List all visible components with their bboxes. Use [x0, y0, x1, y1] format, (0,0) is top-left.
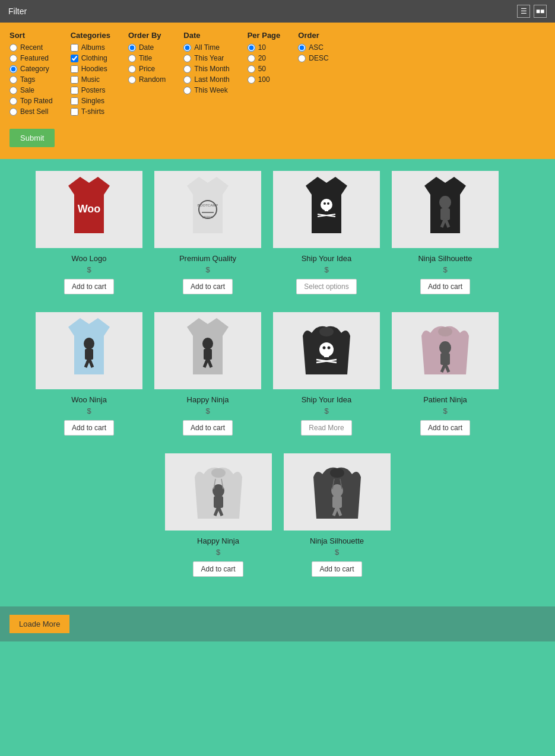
product-happy-ninja-2: Happy Ninja $ Add to cart	[165, 453, 272, 577]
svg-text:Woo: Woo	[78, 203, 101, 215]
cat-music[interactable]: Music	[71, 75, 110, 84]
sort-sale[interactable]: Sale	[9, 86, 53, 94]
pp-20[interactable]: 20	[248, 54, 281, 62]
product-img-happy-ninja1	[154, 312, 261, 389]
date-this-month[interactable]: This Month	[183, 65, 229, 73]
add-to-cart-button[interactable]: Add to cart	[420, 279, 470, 294]
product-price: $	[154, 265, 261, 274]
grid-view-icon[interactable]: ■■	[534, 5, 547, 18]
product-name: Ship Your Idea	[273, 254, 380, 263]
order-by-group: Order By Date Title Price Random	[128, 31, 166, 86]
categories-group: Categories Albums Clothing Hoodies Music…	[71, 31, 110, 118]
svg-point-9	[324, 202, 326, 205]
add-to-cart-button[interactable]: Add to cart	[183, 420, 233, 436]
svg-point-25	[202, 338, 213, 350]
product-row-1: Woo Woo Logo $ Add to cart BOOTCAMP MERC…	[36, 171, 519, 294]
add-to-cart-button[interactable]: Add to cart	[420, 420, 470, 436]
product-ship-your-idea-2: Ship Your Idea $ Read More	[273, 312, 380, 436]
svg-point-32	[328, 347, 331, 350]
add-to-cart-button[interactable]: Add to cart	[183, 279, 233, 294]
pp-100[interactable]: 100	[248, 75, 281, 84]
svg-text:MERCH: MERCH	[202, 215, 214, 219]
order-asc[interactable]: ASC	[298, 43, 328, 52]
add-to-cart-button[interactable]: Add to cart	[193, 561, 243, 577]
svg-point-15	[439, 196, 451, 209]
ob-date[interactable]: Date	[128, 43, 166, 52]
product-price: $	[36, 406, 142, 415]
product-img-happy-ninja2	[165, 453, 272, 531]
cat-singles[interactable]: Singles	[71, 97, 110, 105]
product-name: Patient Ninja	[392, 395, 499, 404]
product-img-woo-ninja	[36, 312, 142, 389]
product-img-patient-ninja	[392, 312, 499, 389]
view-icons: ☰ ■■	[517, 5, 547, 18]
add-to-cart-button[interactable]: Add to cart	[64, 279, 114, 294]
select-options-button[interactable]: Select options	[296, 279, 356, 294]
product-img-woo-logo: Woo	[36, 171, 142, 248]
bottom-bar: Loade More	[0, 606, 555, 641]
sort-recent[interactable]: Recent	[9, 43, 53, 52]
product-name: Happy Ninja	[154, 395, 261, 404]
product-ship-your-idea-1: Ship Your Idea $ Select options	[273, 171, 380, 294]
product-woo-ninja: Woo Ninja $ Add to cart	[36, 312, 142, 436]
sort-tags[interactable]: Tags	[9, 75, 53, 84]
order-desc[interactable]: DESC	[298, 54, 328, 62]
products-area: Woo Woo Logo $ Add to cart BOOTCAMP MERC…	[0, 159, 555, 606]
product-price: $	[36, 265, 142, 274]
svg-rect-26	[204, 349, 212, 360]
svg-rect-43	[214, 496, 223, 508]
product-price: $	[165, 548, 272, 557]
order-label: Order	[298, 31, 328, 40]
sort-category[interactable]: Category	[9, 65, 53, 73]
svg-rect-11	[325, 208, 328, 211]
pp-10[interactable]: 10	[248, 43, 281, 52]
date-this-year[interactable]: This Year	[183, 54, 229, 62]
date-all-time[interactable]: All Time	[183, 43, 229, 52]
filter-label: Filter	[8, 7, 27, 16]
svg-point-29	[319, 327, 334, 336]
submit-button[interactable]: Submit	[9, 129, 55, 147]
date-this-week[interactable]: This Week	[183, 86, 229, 94]
ob-random[interactable]: Random	[128, 75, 166, 84]
sort-featured[interactable]: Featured	[9, 54, 53, 62]
svg-point-10	[327, 202, 329, 205]
product-ninja-silhouette-1: Ninja Silhouette $ Add to cart	[392, 171, 499, 294]
sort-best-sell[interactable]: Best Sell	[9, 107, 53, 116]
svg-rect-33	[324, 354, 329, 357]
product-name: Ninja Silhouette	[284, 536, 391, 545]
cat-tshirts[interactable]: T-shirts	[71, 107, 110, 116]
product-name: Woo Logo	[36, 254, 142, 263]
cat-posters[interactable]: Posters	[71, 86, 110, 94]
product-woo-logo: Woo Woo Logo $ Add to cart	[36, 171, 142, 294]
svg-point-36	[438, 327, 452, 336]
product-price: $	[284, 548, 391, 557]
product-img-ship1	[273, 171, 380, 248]
pp-50[interactable]: 50	[248, 65, 281, 73]
product-img-ship2	[273, 312, 380, 389]
list-view-icon[interactable]: ☰	[517, 5, 530, 18]
order-group: Order ASC DESC	[298, 31, 328, 65]
ob-title[interactable]: Title	[128, 54, 166, 62]
product-price: $	[154, 406, 261, 415]
cat-clothing[interactable]: Clothing	[71, 54, 110, 62]
product-row-2: Woo Ninja $ Add to cart Happy Ninja $ Ad…	[36, 312, 519, 436]
add-to-cart-button[interactable]: Add to cart	[312, 561, 361, 577]
product-price: $	[273, 265, 380, 274]
cat-hoodies[interactable]: Hoodies	[71, 65, 110, 73]
product-name: Woo Ninja	[36, 395, 142, 404]
svg-rect-38	[440, 353, 450, 365]
categories-label: Categories	[71, 31, 110, 40]
product-price: $	[273, 406, 380, 415]
per-page-group: Per Page 10 20 50 100	[248, 31, 281, 86]
load-more-button[interactable]: Loade More	[9, 615, 69, 633]
sort-top-rated[interactable]: Top Rated	[9, 97, 53, 105]
date-last-month[interactable]: Last Month	[183, 75, 229, 84]
ob-price[interactable]: Price	[128, 65, 166, 73]
add-to-cart-button[interactable]: Add to cart	[64, 420, 114, 436]
read-more-button[interactable]: Read More	[301, 420, 351, 436]
product-patient-ninja: Patient Ninja $ Add to cart	[392, 312, 499, 436]
svg-point-31	[323, 347, 326, 350]
cat-albums[interactable]: Albums	[71, 43, 110, 52]
product-name: Happy Ninja	[165, 536, 272, 545]
svg-point-41	[211, 468, 226, 478]
